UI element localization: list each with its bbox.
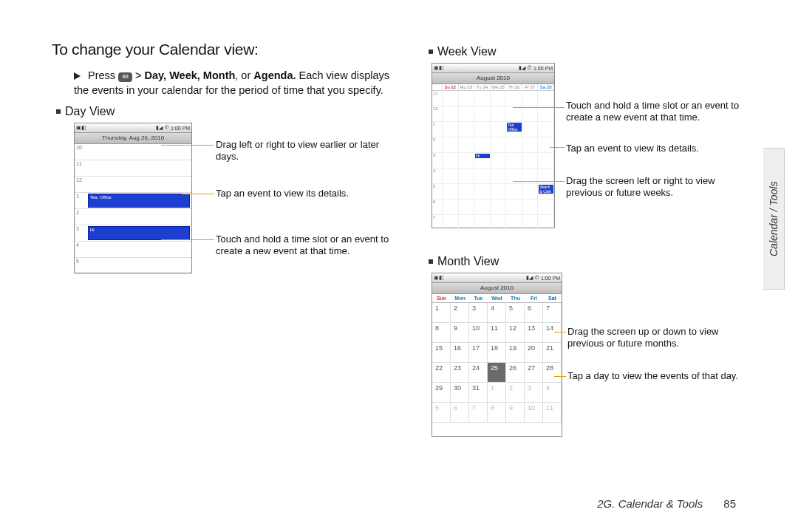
week-view-heading: Week View (429, 45, 749, 58)
footer-section: 2G. Calendar & Tools (597, 497, 703, 510)
intro-text: Press 88 > Day, Week, Month, or Agenda. … (74, 69, 392, 98)
day-ann-tap: Tap an event to view its details. (216, 188, 349, 200)
footer-page-number: 85 (723, 497, 736, 510)
month-ann-drag: Drag the screen up or down to view previ… (567, 326, 749, 350)
status-signal-icon: ▮◢ ⏱ (526, 275, 539, 281)
status-icons-icon: ▣◧ (76, 125, 86, 131)
side-tab: Calendar / Tools (763, 148, 785, 290)
status-icons-icon: ▣◧ (434, 65, 444, 71)
day-ann-drag: Drag left or right to view earlier or la… (216, 139, 392, 163)
month-view-heading: Month View (429, 255, 749, 268)
week-title: August 2010 (432, 73, 554, 84)
week-ann-tap: Tap an event to view its details. (566, 143, 699, 154)
month-view-screenshot: ▣◧▮◢ ⏱ 1:00 PM August 2010 SunMonTueWedT… (432, 273, 562, 437)
month-title: August 2010 (432, 283, 562, 294)
week-ann-drag: Drag the screen left or right to view pr… (566, 175, 749, 200)
month-ann-tap: Tap a day to view the events of that day… (567, 370, 738, 382)
status-time: 1:00 PM (171, 126, 190, 131)
chevron-right-icon: > (135, 69, 141, 83)
page-footer: 2G. Calendar & Tools 85 (0, 497, 798, 510)
week-ann-hold: Touch and hold a time slot or an event t… (566, 100, 749, 124)
day-ann-hold: Touch and hold a time slot or an event t… (216, 233, 392, 258)
day-view-heading: Day View (56, 105, 392, 118)
week-view-screenshot: ▣◧▮◢ ⏱ 1:00 PM August 2010 Su 22Mo 23Tu … (432, 63, 555, 228)
status-signal-icon: ▮◢ ⏱ (156, 125, 169, 131)
status-signal-icon: ▮◢ ⏱ (519, 65, 532, 71)
day-title: Thursday, Aug 26, 2010 (75, 133, 191, 144)
page-title: To change your Calendar view: (52, 41, 392, 58)
triangle-bullet-icon (74, 72, 81, 80)
status-time: 1:00 PM (533, 66, 553, 71)
status-icons-icon: ▣◧ (434, 275, 444, 281)
status-time: 1:00 PM (541, 276, 560, 281)
menu-key-icon: 88 (118, 72, 132, 82)
